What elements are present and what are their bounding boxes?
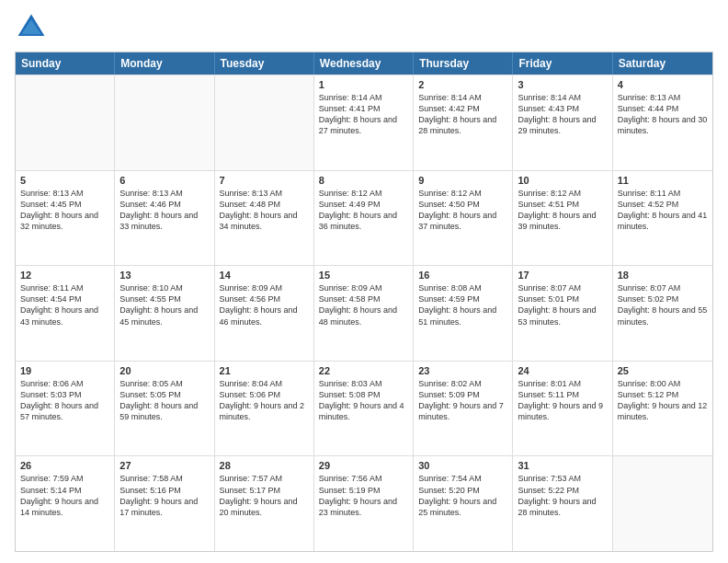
cell-text: Sunrise: 7:58 AM Sunset: 5:16 PM Dayligh…	[119, 473, 209, 518]
cell-text: Sunrise: 8:07 AM Sunset: 5:01 PM Dayligh…	[518, 282, 607, 327]
day-number: 1	[319, 79, 408, 90]
calendar-cell: 4Sunrise: 8:13 AM Sunset: 4:44 PM Daylig…	[613, 75, 712, 170]
cell-text: Sunrise: 8:11 AM Sunset: 4:52 PM Dayligh…	[618, 188, 708, 233]
calendar-header: SundayMondayTuesdayWednesdayThursdayFrid…	[16, 52, 712, 75]
calendar-cell: 8Sunrise: 8:12 AM Sunset: 4:49 PM Daylig…	[314, 171, 414, 266]
cell-text: Sunrise: 8:12 AM Sunset: 4:51 PM Dayligh…	[518, 188, 607, 233]
calendar-cell: 29Sunrise: 7:56 AM Sunset: 5:19 PM Dayli…	[314, 456, 414, 551]
cell-text: Sunrise: 8:12 AM Sunset: 4:50 PM Dayligh…	[418, 188, 507, 233]
cell-text: Sunrise: 7:53 AM Sunset: 5:22 PM Dayligh…	[518, 473, 607, 518]
calendar-cell: 3Sunrise: 8:14 AM Sunset: 4:43 PM Daylig…	[513, 75, 612, 170]
cell-text: Sunrise: 8:06 AM Sunset: 5:03 PM Dayligh…	[20, 378, 109, 423]
day-number: 11	[618, 175, 708, 186]
cell-text: Sunrise: 8:13 AM Sunset: 4:44 PM Dayligh…	[618, 92, 708, 137]
day-number: 29	[319, 460, 408, 471]
calendar-cell: 18Sunrise: 8:07 AM Sunset: 5:02 PM Dayli…	[613, 266, 712, 361]
day-number: 17	[518, 270, 607, 281]
cell-text: Sunrise: 8:10 AM Sunset: 4:55 PM Dayligh…	[119, 282, 209, 327]
header-day-wednesday: Wednesday	[314, 52, 414, 75]
calendar-cell: 23Sunrise: 8:02 AM Sunset: 5:09 PM Dayli…	[414, 362, 513, 456]
header-day-monday: Monday	[115, 52, 214, 75]
day-number: 21	[220, 365, 309, 376]
calendar-cell	[613, 456, 712, 551]
cell-text: Sunrise: 8:13 AM Sunset: 4:45 PM Dayligh…	[20, 188, 109, 233]
day-number: 3	[518, 79, 607, 90]
calendar-cell: 6Sunrise: 8:13 AM Sunset: 4:46 PM Daylig…	[115, 171, 214, 266]
cell-text: Sunrise: 8:02 AM Sunset: 5:09 PM Dayligh…	[418, 378, 507, 423]
day-number: 6	[119, 175, 209, 186]
calendar-cell: 2Sunrise: 8:14 AM Sunset: 4:42 PM Daylig…	[414, 75, 513, 170]
cell-text: Sunrise: 8:05 AM Sunset: 5:05 PM Dayligh…	[119, 378, 209, 423]
cell-text: Sunrise: 8:12 AM Sunset: 4:49 PM Dayligh…	[319, 188, 408, 233]
day-number: 13	[119, 270, 209, 281]
cell-text: Sunrise: 7:56 AM Sunset: 5:19 PM Dayligh…	[319, 473, 408, 518]
cell-text: Sunrise: 8:01 AM Sunset: 5:11 PM Dayligh…	[518, 378, 607, 423]
calendar-row-0: 1Sunrise: 8:14 AM Sunset: 4:41 PM Daylig…	[16, 75, 712, 170]
calendar-cell: 20Sunrise: 8:05 AM Sunset: 5:05 PM Dayli…	[115, 362, 214, 456]
day-number: 18	[618, 270, 708, 281]
day-number: 27	[119, 460, 209, 471]
calendar-cell: 16Sunrise: 8:08 AM Sunset: 4:59 PM Dayli…	[414, 266, 513, 361]
calendar-row-1: 5Sunrise: 8:13 AM Sunset: 4:45 PM Daylig…	[16, 170, 712, 266]
header-day-saturday: Saturday	[613, 52, 712, 75]
page: SundayMondayTuesdayWednesdayThursdayFrid…	[0, 0, 728, 563]
logo	[15, 11, 53, 44]
cell-text: Sunrise: 7:54 AM Sunset: 5:20 PM Dayligh…	[418, 473, 507, 518]
cell-text: Sunrise: 8:04 AM Sunset: 5:06 PM Dayligh…	[220, 378, 309, 423]
header-day-sunday: Sunday	[16, 52, 115, 75]
cell-text: Sunrise: 8:13 AM Sunset: 4:48 PM Dayligh…	[220, 188, 309, 233]
cell-text: Sunrise: 8:03 AM Sunset: 5:08 PM Dayligh…	[319, 378, 408, 423]
day-number: 2	[418, 79, 507, 90]
day-number: 14	[220, 270, 309, 281]
calendar-cell: 21Sunrise: 8:04 AM Sunset: 5:06 PM Dayli…	[215, 362, 314, 456]
calendar-cell	[16, 75, 115, 170]
cell-text: Sunrise: 8:00 AM Sunset: 5:12 PM Dayligh…	[618, 378, 708, 423]
day-number: 20	[119, 365, 209, 376]
calendar-cell: 13Sunrise: 8:10 AM Sunset: 4:55 PM Dayli…	[115, 266, 214, 361]
cell-text: Sunrise: 8:09 AM Sunset: 4:58 PM Dayligh…	[319, 282, 408, 327]
calendar-cell	[115, 75, 214, 170]
day-number: 28	[220, 460, 309, 471]
day-number: 5	[20, 175, 109, 186]
cell-text: Sunrise: 7:59 AM Sunset: 5:14 PM Dayligh…	[20, 473, 109, 518]
calendar-cell: 15Sunrise: 8:09 AM Sunset: 4:58 PM Dayli…	[314, 266, 414, 361]
header-day-thursday: Thursday	[414, 52, 513, 75]
day-number: 22	[319, 365, 408, 376]
calendar-cell: 26Sunrise: 7:59 AM Sunset: 5:14 PM Dayli…	[16, 456, 115, 551]
calendar-cell: 5Sunrise: 8:13 AM Sunset: 4:45 PM Daylig…	[16, 171, 115, 266]
day-number: 8	[319, 175, 408, 186]
cell-text: Sunrise: 8:13 AM Sunset: 4:46 PM Dayligh…	[119, 188, 209, 233]
calendar-cell: 30Sunrise: 7:54 AM Sunset: 5:20 PM Dayli…	[414, 456, 513, 551]
day-number: 9	[418, 175, 507, 186]
logo-icon	[15, 11, 48, 44]
header	[15, 11, 713, 44]
cell-text: Sunrise: 8:14 AM Sunset: 4:42 PM Dayligh…	[418, 92, 507, 137]
calendar-row-2: 12Sunrise: 8:11 AM Sunset: 4:54 PM Dayli…	[16, 265, 712, 361]
cell-text: Sunrise: 7:57 AM Sunset: 5:17 PM Dayligh…	[220, 473, 309, 518]
day-number: 31	[518, 460, 607, 471]
calendar-cell: 19Sunrise: 8:06 AM Sunset: 5:03 PM Dayli…	[16, 362, 115, 456]
calendar-cell: 1Sunrise: 8:14 AM Sunset: 4:41 PM Daylig…	[314, 75, 414, 170]
day-number: 12	[20, 270, 109, 281]
day-number: 16	[418, 270, 507, 281]
calendar-cell: 12Sunrise: 8:11 AM Sunset: 4:54 PM Dayli…	[16, 266, 115, 361]
day-number: 4	[618, 79, 708, 90]
calendar-cell: 31Sunrise: 7:53 AM Sunset: 5:22 PM Dayli…	[513, 456, 612, 551]
day-number: 7	[220, 175, 309, 186]
calendar: SundayMondayTuesdayWednesdayThursdayFrid…	[15, 52, 713, 552]
cell-text: Sunrise: 8:09 AM Sunset: 4:56 PM Dayligh…	[220, 282, 309, 327]
header-day-friday: Friday	[513, 52, 612, 75]
day-number: 15	[319, 270, 408, 281]
calendar-cell: 17Sunrise: 8:07 AM Sunset: 5:01 PM Dayli…	[513, 266, 612, 361]
header-day-tuesday: Tuesday	[215, 52, 314, 75]
cell-text: Sunrise: 8:14 AM Sunset: 4:43 PM Dayligh…	[518, 92, 607, 137]
calendar-cell: 7Sunrise: 8:13 AM Sunset: 4:48 PM Daylig…	[215, 171, 314, 266]
day-number: 23	[418, 365, 507, 376]
calendar-cell	[215, 75, 314, 170]
day-number: 24	[518, 365, 607, 376]
calendar-cell: 24Sunrise: 8:01 AM Sunset: 5:11 PM Dayli…	[513, 362, 612, 456]
day-number: 25	[618, 365, 708, 376]
cell-text: Sunrise: 8:08 AM Sunset: 4:59 PM Dayligh…	[418, 282, 507, 327]
calendar-cell: 25Sunrise: 8:00 AM Sunset: 5:12 PM Dayli…	[613, 362, 712, 456]
cell-text: Sunrise: 8:14 AM Sunset: 4:41 PM Dayligh…	[319, 92, 408, 137]
